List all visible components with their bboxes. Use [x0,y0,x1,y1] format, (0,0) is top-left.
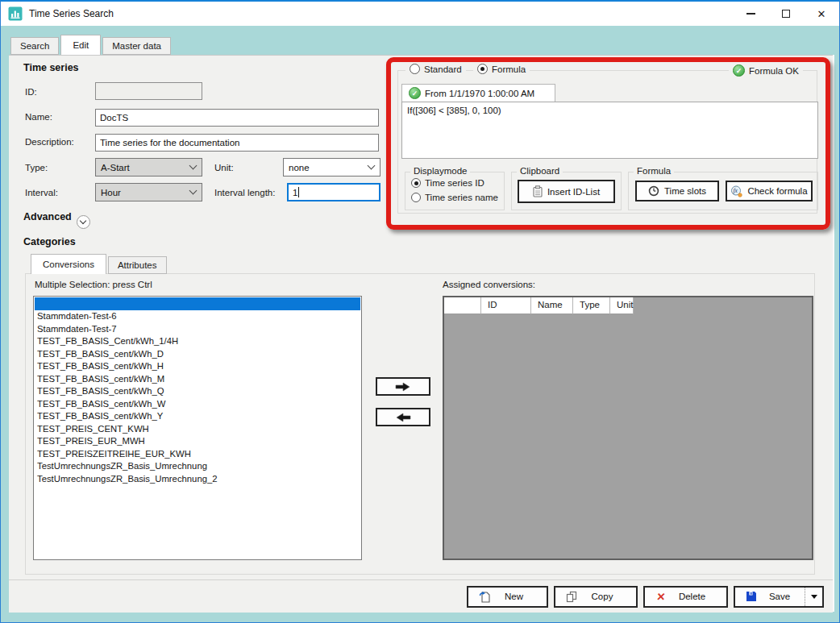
tab-search[interactable]: Search [10,37,59,55]
description-label: Description: [25,137,74,147]
copy-icon [565,591,578,603]
list-item[interactable]: TEST_FB_BASIS_cent/kWh_D [35,349,360,362]
categories-tabstrip: Conversions Attributes [31,254,168,274]
advanced-label: Advanced [23,211,72,222]
delete-x-icon: ✕ [654,591,668,603]
time-slots-button[interactable]: Time slots [635,181,719,201]
interval-length-field[interactable]: 1 [287,183,380,201]
list-item[interactable]: Stammdaten-Test-6 [35,311,360,324]
save-button[interactable]: Save [734,586,824,608]
list-item[interactable]: TestUmrechnungsZR_Basis_Umrechnung [35,461,360,474]
window-title: Time Series Search [29,8,114,19]
title-bar: Time Series Search ✕ [1,2,839,26]
list-item-selected[interactable] [35,297,360,310]
svg-text:fx: fx [734,187,738,194]
check-circle-icon: ✓ [733,64,745,77]
radio-off-icon [411,193,421,202]
list-item[interactable]: TestUmrechnungsZR_Basis_Umrechnung_2 [35,474,360,487]
edit-tab-content: Time series ID: Name: Description: Type:… [9,55,833,612]
tab-master-data[interactable]: Master data [102,37,171,55]
list-item[interactable]: TEST_FB_BASIS_cent/kWh_Q [35,386,360,399]
list-item[interactable]: TEST_FB_BASIS_Cent/kWh_1/4H [35,336,360,349]
type-label: Type: [25,163,48,172]
close-button[interactable]: ✕ [804,2,839,26]
table-header-row: ID Name Type Unit [444,297,812,314]
tab-edit[interactable]: Edit [60,35,101,55]
table-header-cell: ID [481,297,531,314]
list-item[interactable]: TEST_PREIS_EUR_MWH [35,436,360,449]
new-document-icon [478,591,491,603]
list-item[interactable]: TEST_FB_BASIS_cent/kWh_Y [35,411,360,424]
conversions-listbox[interactable]: Stammdaten-Test-6 Stammdaten-Test-7 TEST… [33,296,362,560]
new-button[interactable]: New [467,586,548,608]
multi-select-hint: Multiple Selection: press Ctrl [35,280,152,289]
close-icon: ✕ [817,9,826,19]
description-field[interactable] [95,134,379,152]
chevron-down-icon [362,166,380,168]
arrow-right-icon [394,382,412,392]
chevron-down-icon [184,166,202,168]
displaymode-legend: Displaymode [410,166,470,176]
minimize-button[interactable] [733,2,768,26]
unassign-conversion-button[interactable] [376,408,430,426]
list-item[interactable]: TEST_FB_BASIS_cent/kWh_H [35,361,360,374]
type-value: A-Start [101,163,130,172]
table-header-cell [444,297,481,314]
unit-value: none [289,163,310,172]
list-item[interactable]: Stammdaten-Test-7 [35,324,360,337]
dropdown-arrow-icon [811,595,817,599]
arrow-left-icon [394,413,412,422]
time-series-id-radio[interactable]: Time series ID [407,178,489,188]
list-item[interactable]: TEST_FB_BASIS_cent/kWh_W [35,399,360,412]
text-caret [298,187,299,197]
check-formula-button[interactable]: fx Check formula [726,181,813,201]
window-controls: ✕ [733,2,839,26]
tab-conversions[interactable]: Conversions [31,254,106,274]
name-field[interactable] [95,109,379,127]
interval-dropdown[interactable]: Hour [95,183,202,201]
displaymode-groupbox: Displaymode Time series ID Time series n… [405,172,505,210]
formula-radio[interactable]: Formula [473,64,530,74]
id-field[interactable] [95,82,202,100]
chevron-down-circle-icon[interactable] [77,215,90,229]
main-tabstrip: Search Edit Master data [10,35,173,55]
type-dropdown[interactable]: A-Start [95,158,202,177]
copy-button[interactable]: Copy [554,586,638,608]
assign-conversion-button[interactable] [376,377,430,396]
table-header-cell: Unit [610,297,634,314]
list-item[interactable]: TEST_FB_BASIS_cent/kWh_M [35,374,360,387]
delete-button[interactable]: ✕ Delete [643,586,728,608]
clipboard-legend: Clipboard [517,166,563,176]
name-label: Name: [25,112,52,122]
formula-period-tab[interactable]: ✓ From 1/1/1970 1:00:00 AM [401,84,555,102]
table-header-cell: Name [531,297,573,314]
conversion-list: Stammdaten-Test-6 Stammdaten-Test-7 TEST… [35,311,360,486]
time-series-heading: Time series [23,62,79,73]
list-item[interactable]: TEST_PREISZEITREIHE_EUR_KWH [35,449,360,462]
standard-radio[interactable]: Standard [405,64,466,74]
tab-attributes[interactable]: Attributes [108,256,167,274]
interval-length-value: 1 [293,188,297,197]
save-dropdown-button[interactable] [805,588,822,606]
interval-value: Hour [101,188,121,197]
clipboard-icon [533,185,543,197]
clock-icon [648,185,659,197]
maximize-button[interactable] [768,2,804,26]
interval-length-label: Interval length: [214,188,275,197]
advanced-toggle[interactable]: Advanced [23,211,90,229]
id-label: ID: [25,87,37,97]
assigned-conversions-table[interactable]: ID Name Type Unit [443,296,813,560]
check-formula-icon: fx [730,185,742,197]
time-series-name-radio[interactable]: Time series name [407,193,502,202]
check-circle-icon: ✓ [409,87,421,99]
app-window: Time Series Search ✕ Search Edit Master … [0,0,840,623]
formula-ok-status: ✓ Formula OK [729,64,803,77]
formula-tools-legend: Formula [634,166,674,176]
table-header-cell: Type [573,297,610,314]
insert-id-list-button[interactable]: Insert ID-List [518,180,615,203]
footer-button-bar: New Copy ✕ Delete [9,579,833,613]
list-item[interactable]: TEST_PREIS_CENT_KWH [35,424,360,437]
formula-editor[interactable]: If([306] < [385], 0, 100) [401,102,818,159]
unit-dropdown[interactable]: none [283,158,380,177]
assigned-conversions-label: Assigned conversions: [443,280,535,289]
